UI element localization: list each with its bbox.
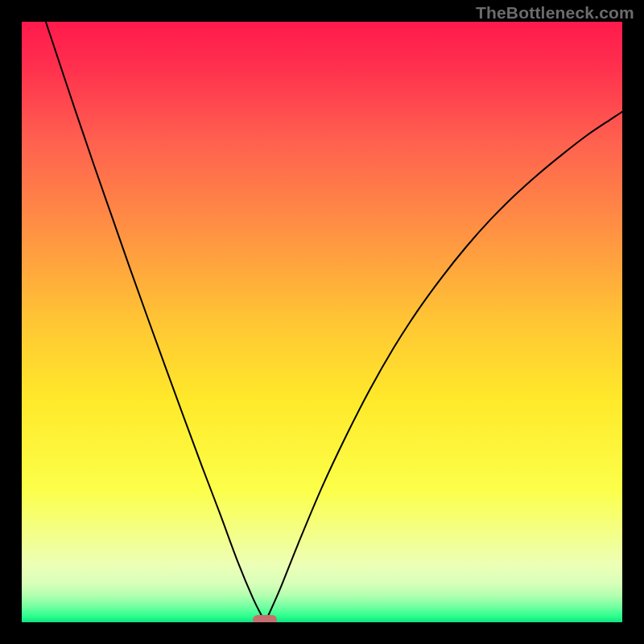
bottleneck-curve [22, 22, 622, 622]
optimum-marker [253, 615, 277, 622]
watermark-text: TheBottleneck.com [476, 3, 634, 23]
chart-frame: TheBottleneck.com [0, 0, 644, 644]
plot-area [22, 22, 622, 622]
